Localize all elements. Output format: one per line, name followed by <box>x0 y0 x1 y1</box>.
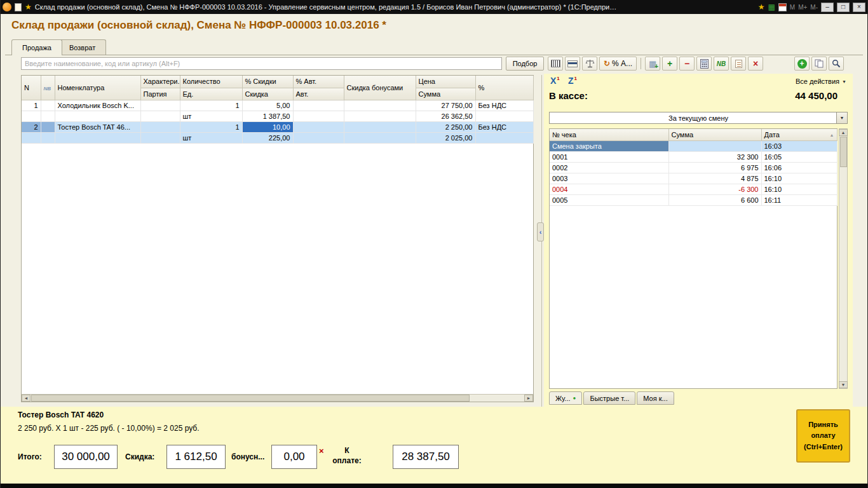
col-vat[interactable]: % <box>475 76 533 100</box>
receipt-date-cell[interactable]: 16:05 <box>761 151 837 162</box>
cell[interactable] <box>22 111 41 121</box>
discount-cell[interactable]: 1 387,50 <box>242 111 293 121</box>
receipt-num-cell[interactable]: 0005 <box>550 194 668 205</box>
bonus-value[interactable] <box>271 445 317 469</box>
unit-cell[interactable]: шт <box>180 111 242 121</box>
col-auto-pct[interactable]: % Авт. <box>293 76 344 88</box>
n-cell[interactable]: 2 <box>22 121 41 132</box>
cell[interactable] <box>293 121 344 132</box>
add-row-icon[interactable]: ▦+ <box>645 57 660 71</box>
scrollbar-thumb[interactable] <box>31 395 470 402</box>
horizontal-scrollbar[interactable]: ◄ ► <box>22 394 533 402</box>
col-receipt-date[interactable]: ▲Дата <box>761 129 837 140</box>
cell[interactable] <box>475 111 533 121</box>
scrollbar-thumb[interactable] <box>840 137 847 167</box>
receipt-row[interactable]: 0001 32 300 16:05 <box>550 151 837 162</box>
document-app-icon[interactable] <box>15 3 22 11</box>
receipt-row-shift-closed[interactable]: Смена закрыта 16:03 <box>550 140 837 151</box>
cell[interactable] <box>293 111 344 121</box>
cell[interactable] <box>41 132 55 143</box>
x-report-button[interactable]: X1 <box>550 76 560 86</box>
discount-pct-cell[interactable]: 5,00 <box>242 100 293 111</box>
cell[interactable] <box>344 132 416 143</box>
cell[interactable] <box>140 100 180 111</box>
receipt-date-cell[interactable]: 16:10 <box>761 184 837 194</box>
col-receipt-num[interactable]: № чека <box>550 129 668 140</box>
receipt-date-cell[interactable]: 16:03 <box>761 140 837 151</box>
all-actions-button[interactable]: Все действия▼ <box>796 78 846 85</box>
cell[interactable] <box>41 111 55 121</box>
cell[interactable] <box>41 121 55 132</box>
barcode-scanner-icon[interactable] <box>548 57 563 71</box>
collapse-panel-button[interactable]: ‹ <box>537 222 544 241</box>
note-icon[interactable] <box>731 57 746 71</box>
name-cell[interactable]: Холодильник Bosch K... <box>55 100 140 111</box>
favorites-star-icon[interactable]: ★ <box>25 3 32 11</box>
vat-cell[interactable]: Без НДС <box>475 100 533 111</box>
receipt-sum-cell[interactable]: 4 875 <box>668 173 761 184</box>
col-discount[interactable]: Скидка <box>242 88 293 100</box>
item-subrow-selected[interactable]: шт 225,00 2 025,00 <box>22 132 533 143</box>
col-nb-icon[interactable]: NB <box>41 76 55 100</box>
col-quantity[interactable]: Количество <box>180 76 242 88</box>
receipt-sum-cell[interactable]: 6 975 <box>668 162 761 173</box>
memory-button[interactable]: M <box>790 4 795 11</box>
cell[interactable] <box>344 111 416 121</box>
remove-icon[interactable]: − <box>679 57 695 71</box>
maximize-button[interactable]: □ <box>837 3 850 12</box>
total-value[interactable] <box>54 445 118 469</box>
scroll-right-icon[interactable]: ► <box>524 395 533 402</box>
col-price[interactable]: Цена <box>416 76 475 88</box>
receipt-sum-cell[interactable]: -6 300 <box>668 184 761 194</box>
discount-pct-cell-active[interactable]: 10,00 <box>242 121 293 132</box>
receipt-date-cell[interactable]: 16:11 <box>761 194 837 205</box>
scroll-up-icon[interactable]: ▲ <box>839 129 848 136</box>
recalc-auto-discount-button[interactable]: ↻ % А... <box>599 57 637 71</box>
accept-payment-button[interactable]: Принять оплату (Ctrl+Enter) <box>796 409 850 463</box>
receipt-sum-cell[interactable]: 6 600 <box>668 194 761 205</box>
z-report-button[interactable]: Z1 <box>568 76 577 86</box>
price-cell[interactable]: 2 250,00 <box>416 121 475 132</box>
add-circle-icon[interactable]: + <box>794 57 810 71</box>
receipt-date-cell[interactable]: 16:10 <box>761 173 837 184</box>
due-value[interactable] <box>393 445 459 469</box>
delete-icon[interactable]: × <box>748 57 763 71</box>
cell[interactable] <box>140 132 180 143</box>
memory-plus-button[interactable]: M+ <box>798 4 807 11</box>
qty-cell[interactable]: 1 <box>180 121 242 132</box>
vertical-scrollbar[interactable]: ▲ ▼ <box>839 128 848 389</box>
cell[interactable] <box>140 111 180 121</box>
period-dropdown-arrow[interactable]: ▼ <box>836 112 847 123</box>
tab-sale[interactable]: Продажа <box>11 39 62 55</box>
services-grid-icon[interactable]: ▦ <box>768 3 775 11</box>
cell[interactable] <box>22 132 41 143</box>
col-discount-pct[interactable]: % Скидки <box>242 76 293 88</box>
sum-cell[interactable]: 2 025,00 <box>416 132 475 143</box>
add-icon[interactable]: + <box>662 57 677 71</box>
cell[interactable] <box>293 132 344 143</box>
cell[interactable] <box>293 100 344 111</box>
scroll-down-icon[interactable]: ▼ <box>839 381 848 388</box>
cell[interactable] <box>41 100 55 111</box>
receipt-row-return[interactable]: 0004 -6 300 16:10 <box>550 184 837 194</box>
calendar-icon[interactable] <box>778 3 787 11</box>
search-input[interactable] <box>21 57 502 70</box>
col-batch[interactable]: Партия <box>140 88 180 100</box>
calculator-icon[interactable] <box>696 57 712 71</box>
discount-cell[interactable]: 225,00 <box>242 132 293 143</box>
receipt-num-cell[interactable]: 0002 <box>550 162 668 173</box>
sum-cell[interactable]: 26 362,50 <box>416 111 475 121</box>
cell[interactable] <box>344 121 416 132</box>
memory-minus-button[interactable]: M- <box>810 4 818 11</box>
col-receipt-sum[interactable]: Сумма <box>668 129 761 140</box>
col-auto[interactable]: Авт. <box>293 88 344 100</box>
discount-value[interactable] <box>166 445 226 469</box>
cell[interactable] <box>344 100 416 111</box>
search-icon[interactable] <box>829 57 844 71</box>
minimize-button[interactable]: – <box>821 3 834 12</box>
copy-icon[interactable] <box>811 57 827 71</box>
name-cell[interactable]: Тостер Bosch TAT 46... <box>55 121 140 132</box>
tab-return[interactable]: Возврат <box>58 39 106 55</box>
col-nomenclature[interactable]: Номенклатура <box>55 76 140 100</box>
add-favorite-star-icon[interactable]: ★ <box>758 3 765 11</box>
